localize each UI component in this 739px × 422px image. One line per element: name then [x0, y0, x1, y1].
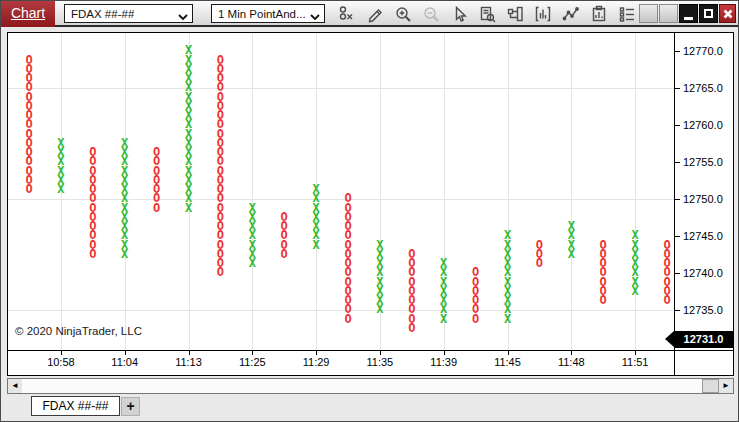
drawing-tools-button[interactable]: [365, 3, 385, 25]
pnf-column: OOOOOOOOOOOOOOOOOOOOOOOO: [214, 56, 226, 278]
time-axis-label: 11:35: [357, 356, 403, 368]
pnf-box-marker: O: [661, 296, 673, 305]
pnf-box-marker: O: [87, 250, 99, 259]
pnf-column: OOOOOOO: [597, 241, 609, 306]
price-axis-tick: [675, 236, 680, 237]
blank-button-1[interactable]: [639, 4, 658, 23]
pnf-box-marker: X: [629, 287, 641, 296]
scrollbar-thumb[interactable]: [702, 379, 719, 393]
data-box-icon: [478, 5, 496, 23]
scroll-right-button[interactable]: ►: [719, 379, 733, 393]
chart-menu-button[interactable]: Chart: [1, 1, 55, 27]
pnf-box-marker: O: [214, 268, 226, 277]
maximize-button[interactable]: [699, 4, 718, 23]
pnf-column: OOOOOOOOO: [406, 250, 418, 333]
last-price-value: 12731.0: [674, 331, 733, 348]
price-axis-label: 12750.0: [683, 193, 723, 205]
time-axis-tick: [508, 351, 509, 355]
price-axis-tick: [675, 51, 680, 52]
pnf-column: XXXXXXX: [629, 231, 641, 296]
time-axis-label: 11:51: [612, 356, 658, 368]
zoom-out-button[interactable]: [421, 3, 441, 25]
pnf-box-marker: X: [55, 185, 67, 194]
pnf-box-marker: O: [151, 204, 163, 213]
pnf-box-marker: X: [438, 315, 450, 324]
bar-type-button[interactable]: [533, 3, 553, 25]
price-axis-tick: [675, 273, 680, 274]
pnf-column: XXXXXX: [55, 139, 67, 195]
chevron-down-icon: [178, 11, 188, 23]
titlebar: Chart FDAX ##-## 1 Min PointAnd...: [1, 1, 738, 27]
instrument-selector[interactable]: FDAX ##-##: [64, 4, 193, 23]
pnf-column: OOOOOO: [470, 268, 482, 324]
cursor-icon: [450, 5, 468, 23]
zoom-in-button[interactable]: [393, 3, 413, 25]
data-series-button[interactable]: [617, 3, 637, 25]
gridline-horizontal: [8, 199, 674, 200]
price-axis-label: 12765.0: [683, 82, 723, 94]
ox-markers-button[interactable]: [337, 3, 357, 25]
pnf-box-marker: X: [565, 250, 577, 259]
time-axis-tick: [635, 351, 636, 355]
pnf-column: OOOOOOOOOOOOOOO: [23, 56, 35, 195]
blank-button-2[interactable]: [659, 4, 678, 23]
time-axis-line: [8, 350, 733, 351]
gridline-vertical: [571, 33, 572, 350]
horizontal-scrollbar[interactable]: ◄ ►: [7, 378, 734, 394]
time-axis-label: 11:25: [229, 356, 275, 368]
pnf-column: XXXXXXXXXXXXX: [119, 139, 131, 259]
tab-bar: FDAX ##-## +: [1, 396, 738, 418]
chart-properties-button[interactable]: [589, 3, 609, 25]
pnf-column: XXXXXXX: [438, 259, 450, 324]
price-axis-tick: [675, 310, 680, 311]
minimize-button[interactable]: [679, 4, 698, 23]
close-button[interactable]: [719, 4, 736, 23]
scroll-left-button[interactable]: ◄: [8, 379, 22, 393]
zoom-out-icon: [422, 5, 440, 23]
pnf-column: OOOOOOO: [661, 241, 673, 306]
pnf-column: OOOOOOOOOOOOOO: [342, 194, 354, 324]
gridline-horizontal: [8, 310, 674, 311]
interval-value: 1 Min PointAnd...: [218, 8, 306, 20]
pnf-column: XXXXXXXX: [374, 241, 386, 315]
time-axis-label: 11:13: [166, 356, 212, 368]
pnf-column: OOOOOOOOOOOO: [87, 148, 99, 259]
close-icon: [721, 7, 735, 21]
time-axis-tick: [571, 351, 572, 355]
pnf-box-marker: O: [406, 324, 418, 333]
tab-fdax[interactable]: FDAX ##-##: [31, 396, 120, 416]
list-icon: [618, 5, 636, 23]
clipboard-chart-icon: [590, 5, 608, 23]
pnf-box-marker: X: [183, 204, 195, 213]
time-axis-label: 11:39: [421, 356, 467, 368]
interval-selector[interactable]: 1 Min PointAnd...: [211, 4, 325, 23]
price-axis-label: 12745.0: [683, 230, 723, 242]
add-tab-button[interactable]: +: [121, 397, 140, 416]
price-axis-tick: [675, 125, 680, 126]
price-axis-tick: [675, 88, 680, 89]
pnf-column: XXXXXXX: [310, 185, 322, 250]
data-box-button[interactable]: [477, 3, 497, 25]
cursor-button[interactable]: [449, 3, 469, 25]
pencil-icon: [366, 5, 384, 23]
pnf-box-marker: X: [502, 315, 514, 324]
pnf-box-marker: O: [470, 315, 482, 324]
pnf-box-marker: X: [310, 241, 322, 250]
pnf-column: XXXXXXX: [246, 204, 258, 269]
pnf-column: OOOOO: [278, 213, 290, 259]
indicators-button[interactable]: [561, 3, 581, 25]
time-axis-tick: [444, 351, 445, 355]
instrument-value: FDAX ##-##: [71, 8, 134, 20]
chart-window: Chart FDAX ##-## 1 Min PointAnd...: [0, 0, 739, 422]
chart-trader-icon: [506, 5, 524, 23]
price-axis-label: 12740.0: [683, 267, 723, 279]
time-axis-label: 11:29: [293, 356, 339, 368]
chart-trader-button[interactable]: [505, 3, 525, 25]
pnf-column: XXXX: [565, 222, 577, 259]
pnf-column: OOOOOOO: [151, 148, 163, 213]
price-axis-label: 12760.0: [683, 119, 723, 131]
pnf-box-marker: O: [597, 296, 609, 305]
copyright-notice: © 2020 NinjaTrader, LLC: [15, 325, 142, 337]
chart-panel: OOOOOOOOOOOOOOOXXXXXXOOOOOOOOOOOOXXXXXXX…: [7, 32, 734, 376]
ox-markers-icon: [338, 5, 356, 23]
